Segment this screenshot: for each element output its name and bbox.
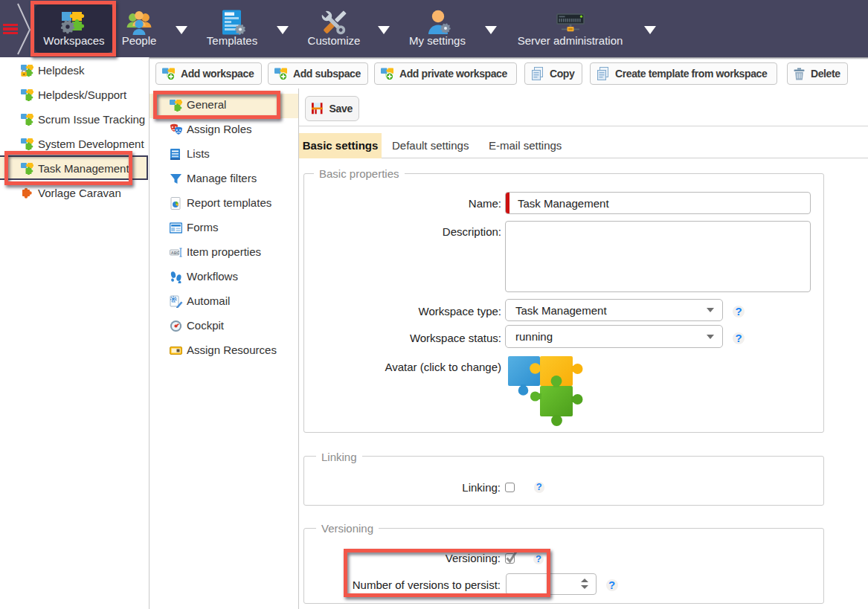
svg-text:ABC: ABC — [171, 250, 180, 254]
